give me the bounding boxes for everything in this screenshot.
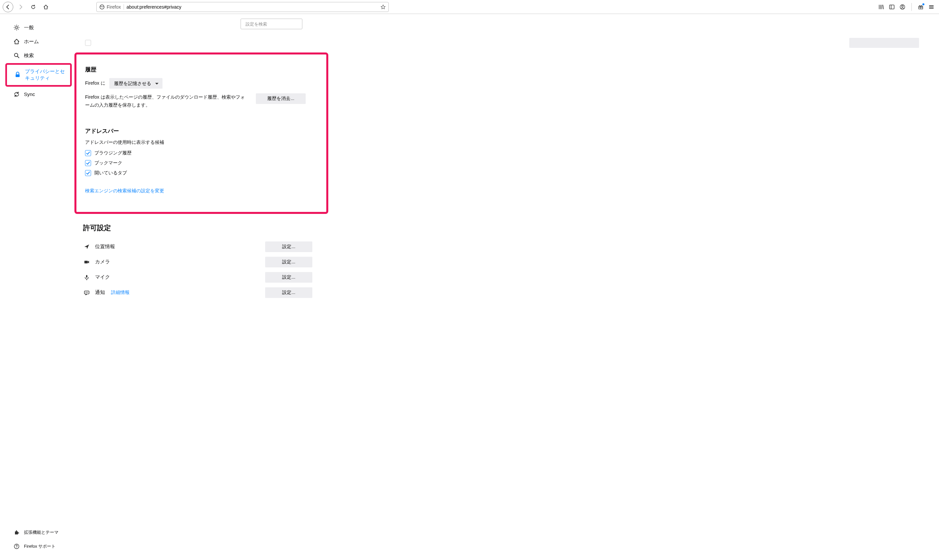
sidebar-item-label: プライバシーとセキュリティ: [25, 68, 66, 82]
arrow-left-icon: [5, 4, 11, 10]
account-icon: [899, 4, 905, 10]
addressbar-opt-bookmarks[interactable]: ブックマーク: [85, 160, 318, 166]
perm-settings-button[interactable]: 設定...: [265, 272, 312, 283]
whatsnew-button[interactable]: [918, 4, 924, 10]
permissions-section: 許可設定 位置情報 設定... カメラ 設定... マイク 設定... 通知 詳…: [83, 223, 312, 300]
perm-label: マイク: [95, 274, 110, 280]
checkbox-label: ブックマーク: [94, 160, 122, 166]
history-prefix-label: Firefox に: [85, 80, 105, 86]
addressbar-title: アドレスバー: [85, 127, 318, 135]
checkbox-label: ブラウジング履歴: [94, 150, 132, 156]
camera-icon: [83, 259, 90, 265]
browser-toolbar: Firefox about:preferences#privacy: [0, 0, 939, 14]
library-icon: [878, 4, 884, 10]
check-icon: [86, 151, 90, 155]
sidebar-item-sync[interactable]: Sync: [0, 87, 74, 101]
reload-icon: [31, 4, 36, 10]
perm-details-link[interactable]: 詳細情報: [111, 290, 129, 295]
sidebar-item-search[interactable]: 検索: [0, 49, 74, 62]
addressbar-opt-browsing[interactable]: ブラウジング履歴: [85, 150, 318, 156]
history-mode-select[interactable]: 履歴を記憶させる: [109, 78, 163, 89]
sidebar-item-home[interactable]: ホーム: [0, 35, 74, 49]
checkbox-label: 開いているタブ: [94, 170, 127, 176]
help-icon: [13, 543, 20, 550]
perm-row-microphone: マイク 設定...: [83, 270, 312, 285]
clear-history-button[interactable]: 履歴を消去...: [256, 93, 306, 104]
svg-rect-1: [890, 5, 894, 9]
sidebar-item-label: ホーム: [24, 38, 39, 45]
star-icon: [380, 4, 386, 10]
gear-icon: [13, 24, 20, 31]
bookmark-star-button[interactable]: [380, 4, 386, 10]
permissions-title: 許可設定: [83, 223, 312, 232]
checkbox-cutoff[interactable]: [85, 40, 91, 46]
lock-icon: [14, 71, 21, 78]
forward-button[interactable]: [15, 2, 26, 12]
svg-point-4: [902, 5, 904, 7]
history-section: 履歴 Firefox に 履歴を記憶させる Firefox は表示したページの履…: [85, 66, 318, 109]
back-button[interactable]: [3, 2, 13, 12]
home-button[interactable]: [40, 2, 51, 12]
sync-icon: [13, 91, 20, 98]
home-icon: [13, 38, 20, 45]
svg-line-13: [18, 57, 19, 58]
sidebar-item-label: Sync: [24, 91, 35, 97]
perm-label: 通知: [95, 289, 105, 295]
preferences-search[interactable]: [240, 18, 302, 29]
checkbox[interactable]: [85, 150, 91, 156]
search-icon: [13, 52, 20, 59]
hamburger-icon: [928, 4, 934, 10]
location-icon: [83, 244, 90, 250]
addressbar-section: アドレスバー アドレスバーの使用時に表示する候補 ブラウジング履歴 ブックマーク…: [85, 127, 318, 194]
microphone-icon: [83, 274, 90, 280]
toolbar-separator: [911, 3, 912, 11]
notification-icon: [83, 290, 90, 295]
firefox-icon: [99, 4, 105, 10]
account-button[interactable]: [899, 4, 905, 10]
perm-settings-button[interactable]: 設定...: [265, 242, 312, 252]
history-title: 履歴: [85, 66, 318, 74]
identity-box[interactable]: Firefox: [99, 4, 124, 10]
checkbox[interactable]: [85, 160, 91, 166]
sidebar-item-general[interactable]: 一般: [0, 21, 74, 35]
url-text: about:preferences#privacy: [126, 4, 378, 10]
preferences-search-input[interactable]: [246, 22, 302, 26]
preferences-sidebar: 一般 ホーム 検索 プライバシーとセキュリティ Sync 拡張機能とテーマ: [0, 14, 74, 560]
sidebar-item-privacy[interactable]: プライバシーとセキュリティ: [7, 65, 70, 85]
perm-settings-button[interactable]: 設定...: [265, 287, 312, 298]
perm-label: 位置情報: [95, 243, 115, 250]
perm-row-camera: カメラ 設定...: [83, 254, 312, 270]
cutoff-row: [83, 38, 939, 47]
sidebar-item-support[interactable]: Firefox サポート: [0, 539, 74, 553]
home-icon: [43, 4, 49, 10]
check-icon: [86, 161, 90, 165]
puzzle-icon: [13, 529, 20, 536]
highlighted-section: 履歴 Firefox に 履歴を記憶させる Firefox は表示したページの履…: [74, 52, 328, 214]
button-cutoff[interactable]: [849, 38, 919, 48]
checkbox[interactable]: [85, 170, 91, 176]
sidebar-icon: [889, 4, 895, 10]
url-bar[interactable]: Firefox about:preferences#privacy: [96, 2, 389, 12]
highlight-box-privacy: プライバシーとセキュリティ: [5, 63, 72, 87]
identity-label: Firefox: [107, 4, 121, 10]
perm-row-notifications: 通知 詳細情報 設定...: [83, 285, 312, 300]
sidebar-item-label: Firefox サポート: [24, 543, 55, 549]
reload-button[interactable]: [28, 2, 38, 12]
sidebar-item-label: 一般: [24, 25, 34, 31]
search-suggestions-link[interactable]: 検索エンジンの検索候補の設定を変更: [85, 188, 164, 194]
perm-settings-button[interactable]: 設定...: [265, 257, 312, 268]
sidebar-item-label: 拡張機能とテーマ: [24, 529, 58, 535]
addressbar-opt-opentabs[interactable]: 開いているタブ: [85, 170, 318, 176]
svg-point-11: [15, 26, 18, 29]
preferences-main: 履歴 Firefox に 履歴を記憶させる Firefox は表示したページの履…: [74, 14, 939, 560]
svg-rect-20: [86, 275, 88, 278]
perm-row-location: 位置情報 設定...: [83, 239, 312, 254]
menu-button[interactable]: [928, 4, 934, 10]
sidebar-button[interactable]: [889, 4, 895, 10]
sidebar-item-extensions[interactable]: 拡張機能とテーマ: [0, 525, 74, 539]
library-button[interactable]: [878, 4, 884, 10]
toolbar-right: [878, 3, 936, 11]
check-icon: [86, 171, 90, 175]
gift-icon: [918, 4, 924, 10]
svg-point-16: [16, 548, 17, 548]
